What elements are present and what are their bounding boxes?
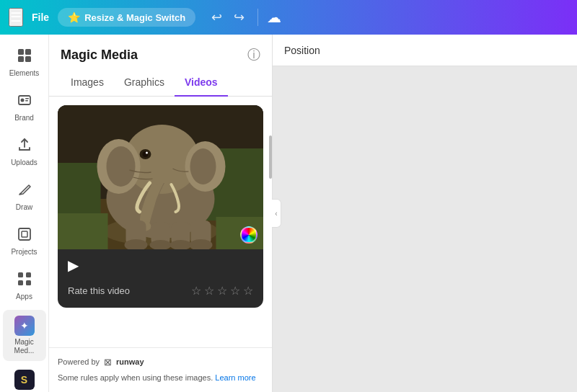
- draw-icon: [17, 182, 32, 201]
- video-thumbnail: [58, 105, 263, 249]
- svg-rect-9: [22, 231, 27, 237]
- panel-content: ▶ Rate this video ☆ ☆ ☆ ☆ ☆: [49, 97, 272, 347]
- panel-collapse-button[interactable]: ‹: [272, 199, 281, 228]
- runway-logo-icon: ⊠: [104, 357, 112, 368]
- powered-by: Powered by ⊠ runway: [58, 357, 263, 368]
- canvas-background[interactable]: [273, 66, 577, 392]
- svg-point-5: [20, 99, 24, 102]
- svg-rect-12: [18, 280, 23, 285]
- sidebar-item-elements-label: Elements: [9, 69, 40, 78]
- svg-rect-4: [19, 96, 30, 104]
- video-card: ▶ Rate this video ☆ ☆ ☆ ☆ ☆: [58, 105, 263, 308]
- menu-button[interactable]: ☰: [9, 8, 23, 27]
- resize-magic-switch-button[interactable]: ⭐ Resize & Magic Switch: [58, 8, 195, 27]
- color-wheel-icon: [240, 226, 257, 244]
- svg-rect-37: [58, 213, 108, 249]
- projects-icon: [17, 226, 32, 246]
- brand-icon: [17, 92, 32, 112]
- sidebar: Elements Brand Uploads: [0, 35, 49, 392]
- svg-rect-3: [25, 56, 31, 62]
- star-4[interactable]: ☆: [230, 284, 240, 298]
- sidebar-item-brand[interactable]: Brand: [3, 86, 46, 128]
- svg-rect-6: [25, 98, 29, 99]
- undo-button[interactable]: ↩: [207, 6, 226, 28]
- sidebar-item-uploads-label: Uploads: [11, 159, 38, 167]
- panel-info-button[interactable]: ⓘ: [247, 46, 260, 63]
- sidebar-item-apps[interactable]: Apps: [3, 265, 46, 307]
- canvas-area: Position: [273, 35, 577, 392]
- sidebar-item-projects-label: Projects: [11, 248, 37, 257]
- footer-note: Some rules apply when using these images…: [58, 372, 263, 384]
- scroll-track[interactable]: [269, 135, 272, 179]
- tab-graphics[interactable]: Graphics: [114, 69, 175, 97]
- svg-point-28: [146, 152, 148, 154]
- sidebar-item-uploads[interactable]: Uploads: [3, 131, 46, 173]
- panel-tabs: Images Graphics Videos: [49, 69, 272, 97]
- star-5[interactable]: ☆: [243, 284, 253, 298]
- panel-footer: Powered by ⊠ runway Some rules apply whe…: [49, 347, 272, 393]
- runway-brand: runway: [116, 357, 144, 366]
- magic-media-icon: ✦: [14, 316, 35, 336]
- tab-videos[interactable]: Videos: [175, 69, 228, 97]
- svg-rect-2: [18, 56, 24, 62]
- topbar-divider: [257, 9, 258, 26]
- elements-icon: [17, 48, 32, 67]
- rate-label: Rate this video: [68, 285, 130, 296]
- video-controls: ▶: [58, 249, 263, 281]
- tab-images[interactable]: Images: [61, 69, 114, 97]
- apps-icon: [17, 271, 32, 290]
- svg-point-22: [107, 146, 136, 187]
- star-2[interactable]: ☆: [204, 284, 214, 298]
- play-button[interactable]: ▶: [68, 257, 79, 274]
- svg-rect-7: [25, 100, 28, 102]
- canvas-toolbar: Position: [273, 35, 577, 66]
- uploads-icon: [17, 137, 32, 156]
- cloud-save-button[interactable]: ☁: [267, 9, 281, 26]
- svg-point-24: [190, 148, 216, 184]
- star-icon: ⭐: [68, 12, 80, 23]
- star-rating: ☆ ☆ ☆ ☆ ☆: [191, 284, 253, 298]
- redo-button[interactable]: ↪: [229, 6, 249, 28]
- soundraw-icon: S: [14, 370, 35, 390]
- sidebar-item-projects[interactable]: Projects: [3, 220, 46, 262]
- star-1[interactable]: ☆: [191, 284, 201, 298]
- svg-rect-8: [19, 228, 30, 240]
- file-button[interactable]: File: [32, 12, 49, 23]
- sidebar-item-brand-label: Brand: [14, 114, 34, 122]
- panel-header: Magic Media ⓘ: [49, 35, 272, 69]
- svg-rect-18: [58, 163, 101, 220]
- sidebar-item-elements[interactable]: Elements: [3, 42, 46, 84]
- svg-rect-13: [26, 280, 31, 285]
- svg-rect-11: [26, 272, 31, 277]
- nav-group: ↩ ↪: [207, 6, 249, 28]
- sidebar-item-magic-media-label: Magic Med...: [6, 338, 43, 355]
- sidebar-item-magic-media[interactable]: ✦ Magic Med...: [3, 310, 46, 361]
- learn-more-link[interactable]: Learn more: [215, 373, 255, 382]
- panel: Magic Media ⓘ Images Graphics Videos: [49, 35, 273, 392]
- panel-title: Magic Media: [61, 48, 138, 63]
- sidebar-item-soundraw[interactable]: S Soundraw: [3, 364, 46, 392]
- main-area: Elements Brand Uploads: [0, 35, 577, 392]
- position-label: Position: [284, 45, 320, 56]
- rate-row: Rate this video ☆ ☆ ☆ ☆ ☆: [58, 281, 263, 308]
- svg-rect-10: [18, 272, 23, 277]
- svg-rect-1: [25, 49, 31, 55]
- topbar: ☰ File ⭐ Resize & Magic Switch ↩ ↪ ☁: [0, 0, 577, 35]
- sidebar-item-draw-label: Draw: [16, 203, 32, 212]
- svg-rect-0: [18, 49, 24, 55]
- sidebar-item-draw[interactable]: Draw: [3, 176, 46, 218]
- star-3[interactable]: ☆: [217, 284, 227, 298]
- sidebar-item-apps-label: Apps: [16, 293, 32, 301]
